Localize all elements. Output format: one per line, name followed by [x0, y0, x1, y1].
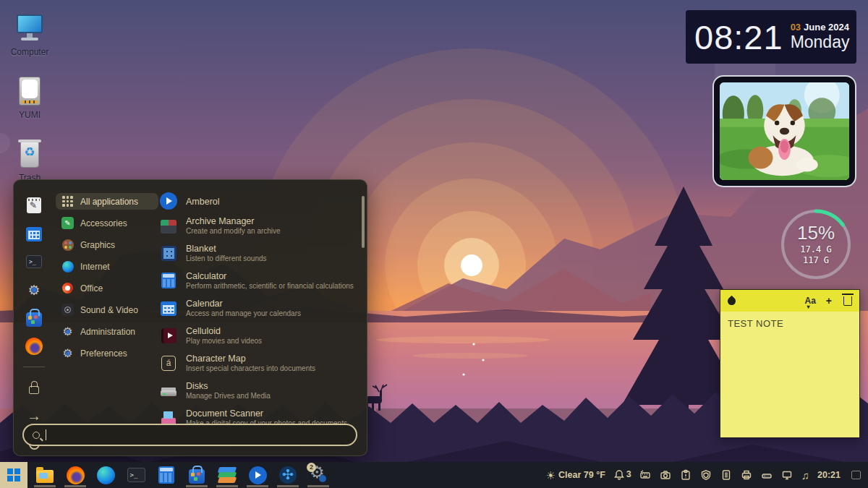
calculator-icon [157, 466, 176, 484]
settings-gear-icon[interactable]: ⚙ [25, 281, 43, 299]
note-add-button[interactable]: + [826, 296, 832, 306]
taskbar-file-manager[interactable] [30, 462, 60, 488]
lock-icon[interactable] [25, 378, 43, 397]
calculator-icon [160, 272, 177, 289]
notifications-indicator[interactable]: 3 [613, 469, 631, 481]
taskbar: >_ ⚙ 2 [0, 462, 868, 488]
terminal-icon: >_ [127, 466, 145, 484]
start-menu-button[interactable] [0, 462, 27, 488]
security-shield-icon[interactable] [700, 469, 712, 481]
app-calendar[interactable]: Calendar Access and manage your calendar… [160, 294, 357, 322]
blanket-icon [160, 244, 177, 262]
screenshot-camera-icon[interactable] [660, 469, 672, 481]
display-network-icon[interactable] [781, 469, 793, 481]
software-store-icon [187, 466, 206, 484]
category-internet[interactable]: Internet [56, 258, 158, 275]
category-sound-video[interactable]: Sound & Video [56, 301, 158, 318]
show-desktop-button[interactable] [851, 471, 861, 479]
category-all-applications[interactable]: All applications [56, 193, 158, 210]
desktop-icon-yumi[interactable]: YUMI [1, 76, 58, 120]
app-disks[interactable]: Disks Manage Drives and Media [160, 377, 357, 404]
terminal-icon[interactable]: >_ [25, 252, 43, 271]
favorites-separator [23, 367, 45, 367]
edge-browser-icon [96, 466, 115, 484]
logout-arrow-icon[interactable]: → [25, 406, 43, 425]
software-store-icon[interactable] [25, 309, 43, 328]
drive-icon [14, 76, 46, 108]
note-delete-icon[interactable] [843, 296, 852, 306]
app-amberol[interactable]: Amberol [160, 190, 357, 212]
removable-drive-icon[interactable] [761, 469, 773, 481]
printer-icon[interactable] [741, 469, 753, 481]
taskbar-firefox[interactable] [60, 462, 90, 488]
category-accessories[interactable]: ✎ Accessories [56, 215, 158, 231]
desktop-icon-trash[interactable]: ♻ Trash [1, 139, 58, 183]
text-editor-icon[interactable] [25, 196, 43, 215]
weather-sun-icon: ☀ [546, 470, 556, 481]
category-graphics[interactable]: Graphics [56, 236, 158, 253]
calendar-icon[interactable] [25, 224, 43, 243]
taskbar-layers-app[interactable] [212, 462, 242, 488]
preferences-gear-icon: ⚙ [61, 347, 74, 359]
category-office[interactable]: Office [56, 280, 158, 296]
bell-icon [613, 469, 626, 481]
text-cursor [46, 429, 46, 440]
clock-widget: 08:21 03June 2024 Monday [686, 10, 856, 64]
menu-favorites-column: >_ ⚙ → [18, 196, 50, 453]
archive-manager-icon [160, 217, 177, 234]
graphics-palette-icon [61, 239, 74, 251]
weather-text: Clear 79 °F [558, 470, 605, 480]
layers-icon [218, 466, 237, 484]
weather-indicator[interactable]: ☀ Clear 79 °F [546, 470, 605, 481]
clipboard-icon[interactable] [680, 469, 692, 481]
disk-percent: 15% [797, 223, 835, 242]
gear-update-icon: ⚙ 2 [309, 466, 328, 484]
taskbar-edge[interactable] [90, 462, 121, 488]
category-preferences[interactable]: ⚙ Preferences [56, 345, 158, 361]
pinwheel-icon [278, 466, 297, 484]
desktop-icon-label: YUMI [1, 110, 58, 120]
character-map-icon: á [160, 354, 177, 372]
disk-used: 17.4 G [800, 244, 831, 255]
app-calculator[interactable]: Calculator Perform arithmetic, scientifi… [160, 267, 357, 294]
taskbar-calculator[interactable] [151, 462, 182, 488]
note-body[interactable]: TEST NOTE [720, 312, 859, 437]
taskbar-terminal[interactable]: >_ [121, 462, 151, 488]
menu-scrollbar[interactable] [362, 196, 365, 248]
app-character-map[interactable]: á Character Map Insert special character… [160, 349, 357, 377]
app-archive-manager[interactable]: Archive Manager Create and modify an arc… [160, 212, 357, 239]
photo-frame-widget [712, 75, 856, 187]
note-color-icon[interactable] [726, 295, 738, 307]
taskbar-amberol[interactable] [242, 462, 273, 488]
dog-photo [720, 82, 849, 180]
note-text: TEST NOTE [728, 318, 852, 329]
app-celluloid[interactable]: Celluloid Play movies and videos [160, 322, 357, 349]
computer-icon [14, 13, 46, 45]
app-blanket[interactable]: Blanket Listen to different sounds [160, 239, 357, 267]
celluloid-icon [160, 327, 177, 344]
category-administration[interactable]: ⚙ Administration [56, 323, 158, 340]
menu-search-input[interactable] [22, 424, 357, 446]
taskbar-update-manager[interactable]: ⚙ 2 [303, 462, 333, 488]
disk-usage-widget: 15% 17.4 G 117 G [775, 204, 856, 285]
administration-gear-icon: ⚙ [61, 325, 74, 338]
desktop-icon-computer[interactable]: Computer [1, 13, 58, 57]
app-menu: >_ ⚙ → All applications ✎ Accessories [13, 179, 367, 456]
clock-time: 08:21 [694, 20, 783, 54]
keyboard-indicator-icon[interactable] [639, 469, 652, 481]
all-apps-grid-icon [61, 195, 74, 207]
clock-month-year: June 2024 [804, 22, 849, 33]
taskbar-software-store[interactable] [182, 462, 212, 488]
menu-categories: All applications ✎ Accessories Graphics … [56, 193, 158, 361]
notes-document-icon[interactable] [720, 469, 733, 481]
firefox-icon[interactable] [25, 337, 43, 356]
music-player-icon[interactable]: ♫ [801, 470, 809, 481]
taskbar-clock[interactable]: 20:21 [817, 470, 841, 480]
notification-count: 3 [626, 469, 631, 479]
firefox-icon [66, 466, 85, 484]
system-tray: ☀ Clear 79 °F 3 [546, 469, 868, 481]
taskbar-pinwheel-app[interactable] [273, 462, 303, 488]
desktop-icon-label: Computer [1, 47, 58, 57]
note-font-button[interactable]: Aa [804, 296, 815, 305]
update-count-badge: 2 [307, 463, 316, 472]
